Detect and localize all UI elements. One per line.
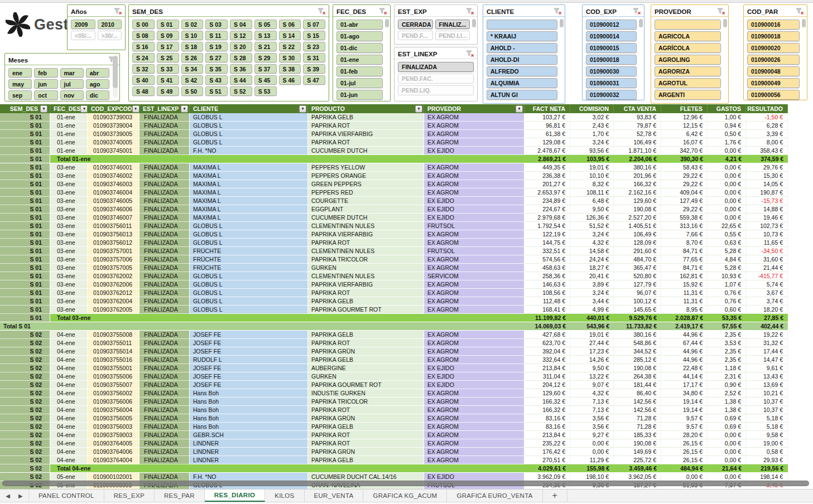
slicer-item-cliente[interactable]: ALQUIMIA <box>487 78 557 88</box>
cell-value[interactable]: 0,00 € <box>570 439 614 448</box>
cell-prov[interactable]: EX AGROM <box>424 456 525 464</box>
cell-value[interactable]: 2.653,97 € <box>525 188 570 197</box>
slicer-item-sem_des[interactable]: S 01 <box>157 20 179 29</box>
cell-prov[interactable]: EX AGROM <box>424 113 525 122</box>
cell-fec[interactable]: 04-ene <box>50 431 88 439</box>
cell-prov[interactable]: EX AGROM <box>424 356 525 364</box>
cell-sem[interactable]: S 01 <box>0 314 50 322</box>
slicer-item-sem_des[interactable]: S 28 <box>230 53 252 62</box>
cell-value[interactable]: 2.419,17 € <box>661 322 708 331</box>
cell-cod[interactable]: 010903756002 <box>88 389 139 398</box>
cell-cli[interactable]: Hans Boh <box>190 389 308 398</box>
slicer-item-sem_des[interactable]: S 31 <box>303 53 325 62</box>
cell-value[interactable]: 26,15 € <box>661 456 708 464</box>
slicer-item-sem_des[interactable]: S 44 <box>230 75 252 85</box>
cell-value[interactable]: 2,35 € <box>708 356 746 364</box>
cell-cli[interactable]: GLOBUS L <box>190 230 308 239</box>
cell-value[interactable]: 9,57 € <box>661 414 708 423</box>
cell-sem[interactable]: S 01 <box>0 138 50 147</box>
add-sheet-button[interactable]: + <box>543 490 567 502</box>
cell-fec[interactable]: 03-ene <box>50 280 88 289</box>
slicer-item-cliente[interactable]: AHOLD - <box>487 43 557 53</box>
column-header-est[interactable]: EST_LINEXP▾ <box>139 104 190 113</box>
cell-pro[interactable]: PEPPERS ORANGE <box>308 172 424 180</box>
cell-sem[interactable]: S 02 <box>0 331 50 339</box>
cell-value[interactable]: 7,66 € <box>661 230 708 239</box>
cell-value[interactable]: 129,08 € <box>525 138 570 147</box>
cell-cod[interactable]: 010903746002 <box>88 172 139 180</box>
cell-cli[interactable]: Hans Boh <box>190 406 308 414</box>
slicer-item-sem_des[interactable]: S 05 <box>254 20 277 29</box>
column-header-sem[interactable]: SEM_DES▾ <box>0 104 50 113</box>
slicer-item-est_exp[interactable]: PEND.LI... <box>435 31 470 40</box>
slicer-item-provedor[interactable]: ARGENTI <box>655 90 721 100</box>
clear-filter-icon[interactable] <box>317 7 326 14</box>
cell-value[interactable]: -1,50 € <box>746 113 788 122</box>
cell-prov[interactable]: EX EJIDO <box>424 214 525 222</box>
cell-value[interactable]: 12,96 € <box>661 113 708 122</box>
cell-sem[interactable]: S 02 <box>0 347 50 356</box>
cell-cod[interactable]: 010903757006 <box>88 255 139 264</box>
cell-pro[interactable]: PAPRIKA GELB <box>308 456 424 464</box>
slicer-item-meses[interactable]: dic <box>86 90 109 100</box>
cell-value[interactable]: 342,70 € <box>661 147 708 155</box>
cell-value[interactable]: 2.162,16 € <box>614 188 661 197</box>
cell-value[interactable]: 103,27 € <box>525 113 570 122</box>
slicer-item-sem_des[interactable]: S 08 <box>132 31 155 40</box>
cell-est[interactable]: FINALIZADA <box>139 406 190 414</box>
cell-fec[interactable]: 04-ene <box>50 406 88 414</box>
cell-value[interactable]: 344,52 € <box>614 347 661 356</box>
cell-cli[interactable]: GLOBUS L <box>190 297 308 306</box>
slicer-item-sem_des[interactable]: S 07 <box>303 20 325 29</box>
cell-value[interactable]: 9,50 € <box>570 364 614 372</box>
cell-prov[interactable]: EX AGROM <box>424 280 525 289</box>
column-header-com[interactable]: COMISION <box>570 104 614 113</box>
cell-est[interactable]: FINALIZADA <box>139 247 190 255</box>
cell-value[interactable]: 190,08 € <box>614 205 661 214</box>
cell-cli[interactable]: GLOBUS L <box>190 138 308 147</box>
cell-pro[interactable]: PAPRIKA ROT <box>308 289 424 297</box>
cell-value[interactable]: 2.979,68 € <box>525 214 570 222</box>
cell-value[interactable]: 0,50 € <box>708 130 746 138</box>
cell-est[interactable]: FINALIZADA <box>139 255 190 264</box>
cell-value[interactable]: 213,84 € <box>525 364 570 372</box>
cell-pro[interactable]: PAPRIKA VIERFARBIG <box>308 230 424 239</box>
cell-fec[interactable]: 04-ene <box>50 423 88 431</box>
cell-value[interactable]: 106,49 € <box>614 138 661 147</box>
slicer-scrollbar[interactable] <box>723 19 727 27</box>
cell-cli[interactable]: FRÜCHTE <box>190 264 308 272</box>
cell-sem[interactable]: S 01 <box>0 205 50 214</box>
cell-value[interactable]: 19,01 € <box>570 163 614 172</box>
cell-cod[interactable]: 010903739004 <box>88 122 139 130</box>
cell-value[interactable]: 402,44 € <box>746 322 788 331</box>
slicer-item-anos[interactable]: <05/... <box>71 31 95 40</box>
cell-value[interactable]: 0,00 € <box>708 197 746 205</box>
cell-value[interactable]: 19,00 € <box>746 439 788 448</box>
cell-pro[interactable]: GURKEN <box>308 372 424 381</box>
filter-dropdown-icon[interactable]: ▾ <box>132 105 139 113</box>
slicer-item-sem_des[interactable]: S 20 <box>230 42 252 51</box>
cell-value[interactable]: 14,58 € <box>570 247 614 255</box>
cell-sem[interactable]: S 02 <box>0 364 50 372</box>
cell-cli[interactable]: MAXIMA L <box>190 205 308 214</box>
cell-value[interactable]: 3,56 € <box>570 414 614 423</box>
cell-est[interactable]: FINALIZADA <box>139 214 190 222</box>
cell-prov[interactable]: EX AGROM <box>424 163 525 172</box>
cell-fec[interactable]: 04-ene <box>50 456 88 464</box>
cell-cod[interactable]: 010903757005 <box>88 264 139 272</box>
cell-value[interactable]: 374,59 € <box>746 155 788 163</box>
cell-value[interactable]: 24,24 € <box>570 255 614 264</box>
cell-value[interactable]: 3,53 € <box>708 339 746 347</box>
column-header-gastos[interactable]: GASTOS <box>708 104 746 113</box>
slicer-item-cliente[interactable]: AHOLD-DI <box>487 55 557 65</box>
cell-cod[interactable]: 010903746005 <box>88 197 139 205</box>
cell-prov[interactable]: EX EJIDO <box>424 147 525 155</box>
cell-prov[interactable]: EX AGROM <box>424 264 525 272</box>
column-header-pro[interactable]: PRODUCTO▾ <box>308 104 424 113</box>
cell-pro[interactable]: PAPRIKA ROT <box>308 239 424 247</box>
slicer-item-fec_des[interactable]: 01-jul <box>336 78 383 88</box>
cell-cli[interactable]: FRÜCHTE <box>190 255 308 264</box>
column-header-cod[interactable]: COD_EXPCOD▾ <box>88 104 139 113</box>
cell-fec[interactable]: 03-ene <box>50 172 88 180</box>
slicer-item-sem_des[interactable]: S 47 <box>303 75 325 85</box>
